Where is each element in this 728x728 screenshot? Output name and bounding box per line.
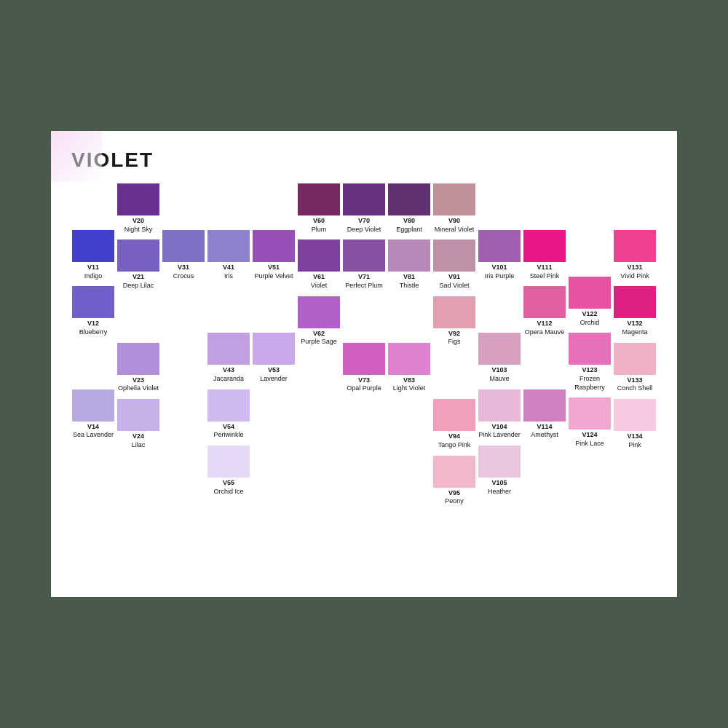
col-8: V80Eggplant V81Thistle V83Light Violet — [387, 183, 431, 512]
swatch-v53: V53Lavender — [253, 333, 295, 383]
page-title: VIOLET — [71, 149, 657, 172]
swatch-v114: V114Amethyst — [523, 389, 566, 440]
swatch-v11: V11Indigo — [72, 230, 114, 280]
swatch-v103: V103Mauve — [478, 333, 521, 383]
col-7: V70Deep Violet V71Perfect Plum V73Opal P… — [342, 183, 386, 512]
swatch-v105: V105Heather — [478, 446, 521, 496]
swatch-v83: V83Light Violet — [388, 343, 430, 393]
swatch-v133: V133Conch Shell — [614, 343, 656, 393]
col-9: V90Mineral Violet V91Sad Violet V92Figs … — [432, 183, 476, 512]
col-10: V101Iris Purple V103Mauve V104Pink Laven… — [478, 183, 521, 512]
swatch-v55: V55Orchid Ice — [207, 446, 250, 496]
col-11: V111Steel Pink V112Opera Mauve V114Ameth… — [523, 183, 566, 512]
swatch-v132: V132Magenta — [614, 286, 656, 336]
swatch-v14: V14Sea Lavender — [72, 389, 114, 440]
swatch-v91: V91Sad Violet — [433, 240, 475, 290]
swatch-v90: V90Mineral Violet — [433, 183, 475, 234]
col-2: V20Night Sky V21Deep Lilac V23Ophelia Vi… — [116, 183, 160, 512]
corner-decoration — [51, 131, 102, 182]
swatch-v73: V73Opal Purple — [343, 343, 385, 393]
swatch-v54: V54Periwinkle — [207, 389, 250, 440]
swatch-v123: V123Frozen Raspberry — [568, 333, 612, 392]
col-4: V41Iris V43Jacaranda V54Periwinkle V55Or… — [207, 183, 250, 512]
swatch-v81: V81Thistle — [388, 240, 430, 290]
swatch-v43: V43Jacaranda — [207, 333, 250, 383]
swatch-v112: V112Opera Mauve — [523, 286, 566, 336]
swatch-v51: V51Purple Velvet — [253, 230, 295, 280]
swatch-v70: V70Deep Violet — [343, 183, 385, 234]
color-chart-card: VIOLET V11Indigo V12Blueberry V14Sea Lav… — [51, 131, 677, 597]
col-5: V51Purple Velvet V53Lavender — [252, 183, 296, 512]
swatch-v21: V21Deep Lilac — [117, 240, 159, 290]
swatch-v12: V12Blueberry — [72, 286, 114, 336]
swatch-v92: V92Figs — [433, 296, 475, 347]
swatch-v80: V80Eggplant — [388, 183, 430, 234]
color-grid: V11Indigo V12Blueberry V14Sea Lavender V… — [71, 183, 657, 512]
swatch-v111: V111Steel Pink — [523, 230, 566, 280]
swatch-v134: V134Pink — [614, 399, 656, 449]
swatch-v71: V71Perfect Plum — [343, 240, 385, 290]
swatch-v104: V104Pink Lavender — [478, 389, 521, 440]
swatch-v61: V61Violet — [298, 240, 340, 290]
swatch-v41: V41Iris — [207, 230, 250, 280]
swatch-v24: V24Lilac — [117, 399, 159, 449]
swatch-v131: V131Vivid Pink — [614, 230, 656, 280]
swatch-v23: V23Ophelia Violet — [117, 343, 159, 393]
swatch-v31: V31Crocus — [162, 230, 205, 280]
col-12: V122Orchid V123Frozen Raspberry V124Pink… — [568, 183, 612, 512]
col-13: V131Vivid Pink V132Magenta V133Conch She… — [613, 183, 657, 512]
swatch-v20: V20Night Sky — [117, 183, 159, 234]
swatch-v95: V95Peony — [433, 456, 475, 506]
swatch-v94: V94Tango Pink — [433, 399, 475, 449]
swatch-v60: V60Plum — [298, 183, 340, 234]
col-1: V11Indigo V12Blueberry V14Sea Lavender — [71, 183, 115, 512]
swatch-v101: V101Iris Purple — [478, 230, 521, 280]
swatch-v122: V122Orchid — [569, 277, 611, 327]
col-3: V31Crocus — [162, 183, 205, 512]
col-6: V60Plum V61Violet V62Purple Sage — [297, 183, 341, 512]
swatch-v124: V124Pink Lace — [569, 397, 611, 448]
swatch-v62: V62Purple Sage — [298, 296, 340, 347]
